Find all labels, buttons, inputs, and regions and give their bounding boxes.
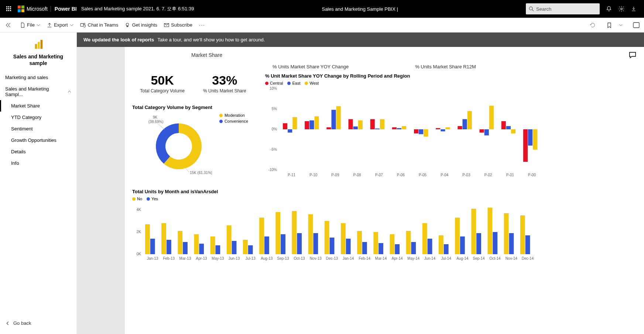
chevron-down-icon[interactable] [619, 23, 623, 27]
svg-rect-40 [314, 116, 319, 129]
nav-report-group[interactable]: Sales and Marketing Sampl... [0, 83, 76, 100]
nav-details[interactable]: Details [0, 146, 76, 157]
svg-rect-100 [227, 225, 232, 254]
fullscreen-icon[interactable] [633, 22, 640, 28]
svg-rect-64 [445, 127, 450, 130]
search-input[interactable]: Search [526, 3, 600, 14]
svg-rect-91 [178, 231, 182, 254]
svg-rect-92 [183, 242, 188, 254]
nav-growth[interactable]: Growth Opportunities [0, 134, 76, 146]
svg-text:Nov-13: Nov-13 [310, 256, 322, 260]
svg-rect-12 [21, 9, 24, 12]
svg-line-28 [185, 168, 189, 172]
svg-text:Feb-14: Feb-14 [359, 256, 370, 260]
svg-rect-46 [349, 119, 353, 130]
svg-rect-72 [489, 106, 494, 129]
app-launcher-icon[interactable] [3, 6, 15, 12]
nav-sentiment[interactable]: Sentiment [0, 123, 76, 134]
donut-chart[interactable]: 9K(38.69%)15K (61.31%) Moderation Conven… [138, 113, 248, 180]
canvas-gutter [77, 47, 125, 334]
svg-text:Jan-13: Jan-13 [147, 256, 158, 260]
svg-rect-112 [292, 211, 297, 254]
svg-rect-21 [35, 44, 37, 49]
svg-text:P-08: P-08 [353, 173, 362, 177]
chevron-up-icon [68, 90, 71, 93]
yoy-chart[interactable]: -10%-5%0%5%10%P-11P-10P-09P-08P-07P-06P-… [265, 87, 546, 179]
svg-text:Jul-13: Jul-13 [245, 256, 256, 260]
svg-rect-22 [38, 42, 40, 49]
svg-rect-5 [10, 8, 11, 9]
svg-text:P-05: P-05 [419, 173, 427, 177]
svg-rect-38 [305, 121, 309, 129]
notifications-icon[interactable] [606, 6, 612, 12]
svg-rect-124 [357, 231, 362, 254]
svg-text:Aug-14: Aug-14 [456, 256, 469, 260]
comment-icon[interactable] [628, 51, 637, 59]
report-canvas: Market Share % Units Market Share YOY Ch… [125, 47, 644, 334]
tab-yoy-change[interactable]: % Units Market Share YOY Change [273, 64, 349, 69]
download-icon[interactable] [631, 6, 637, 12]
nav-info[interactable]: Info [0, 157, 76, 169]
export-menu[interactable]: Export [47, 22, 73, 28]
gear-icon[interactable] [618, 6, 625, 12]
info-banner[interactable]: We updated the look of reports Take a to… [77, 33, 644, 47]
svg-line-14 [532, 10, 534, 11]
svg-text:0K: 0K [137, 252, 141, 256]
report-title[interactable]: Sales and Marketing Sample PBIX | [194, 6, 526, 12]
svg-rect-39 [309, 120, 314, 129]
svg-rect-97 [210, 236, 215, 254]
svg-rect-88 [161, 223, 166, 254]
svg-rect-121 [341, 223, 346, 254]
nav-ytd-category[interactable]: YTD Category [0, 112, 76, 123]
svg-rect-79 [528, 129, 532, 146]
legend-yes: Yes [147, 197, 158, 201]
collapse-nav-icon[interactable] [4, 22, 11, 28]
svg-rect-34 [283, 123, 287, 130]
svg-text:Jan-14: Jan-14 [343, 256, 354, 260]
insights-button[interactable]: Get insights [125, 22, 157, 28]
svg-text:Dec-14: Dec-14 [522, 256, 534, 260]
nav-marketing-sales[interactable]: Marketing and sales [0, 72, 76, 83]
svg-text:P-02: P-02 [484, 173, 493, 177]
svg-rect-58 [414, 129, 418, 133]
svg-rect-80 [533, 129, 537, 150]
nav-market-share[interactable]: Market Share [0, 100, 76, 112]
svg-rect-86 [150, 239, 155, 254]
svg-rect-71 [484, 129, 489, 136]
svg-rect-3 [6, 8, 7, 9]
svg-text:5%: 5% [272, 107, 277, 111]
svg-rect-62 [436, 128, 440, 129]
tab-r12m[interactable]: % Units Market Share R12M [415, 64, 476, 69]
svg-text:0%: 0% [272, 127, 277, 131]
svg-text:P-11: P-11 [288, 173, 296, 177]
global-header: Microsoft Power BI Sales and Marketing s… [0, 0, 644, 18]
reset-icon[interactable] [589, 22, 596, 28]
svg-rect-74 [501, 121, 506, 129]
svg-rect-125 [362, 242, 367, 254]
subscribe-button[interactable]: Subscribe [164, 22, 192, 28]
svg-rect-23 [40, 40, 42, 49]
more-menu[interactable]: ··· [199, 22, 205, 28]
bookmark-icon[interactable] [606, 22, 612, 28]
svg-rect-152 [509, 233, 514, 254]
product-label: Power BI [51, 6, 77, 12]
svg-rect-44 [336, 106, 341, 129]
legend-central: Central [265, 81, 283, 85]
bulb-icon [125, 23, 130, 28]
svg-text:15K (61.31%): 15K (61.31%) [190, 171, 212, 175]
command-bar: File Export Chat in Teams Get insights S… [0, 18, 644, 33]
svg-rect-10 [21, 6, 24, 8]
svg-rect-101 [232, 241, 237, 254]
svg-rect-54 [392, 127, 397, 130]
go-back-button[interactable]: Go back [0, 317, 76, 330]
svg-rect-36 [292, 117, 297, 129]
kpi-market-share[interactable]: 33% % Units Market Share [203, 73, 246, 93]
svg-rect-43 [331, 110, 336, 129]
file-menu[interactable]: File [20, 22, 40, 28]
kpi-total-volume[interactable]: 50K Total Category Volume [140, 73, 185, 93]
yoy-chart-title: % Unit Market Share YOY Change by Rollin… [265, 73, 637, 79]
chat-teams-button[interactable]: Chat in Teams [80, 22, 119, 28]
totalunits-chart[interactable]: 0K2K4KJan-13Feb-13Mar-13Apr-13May-13Jun-… [132, 202, 538, 262]
powerbi-logo-icon [0, 37, 76, 53]
svg-rect-131 [395, 244, 400, 254]
